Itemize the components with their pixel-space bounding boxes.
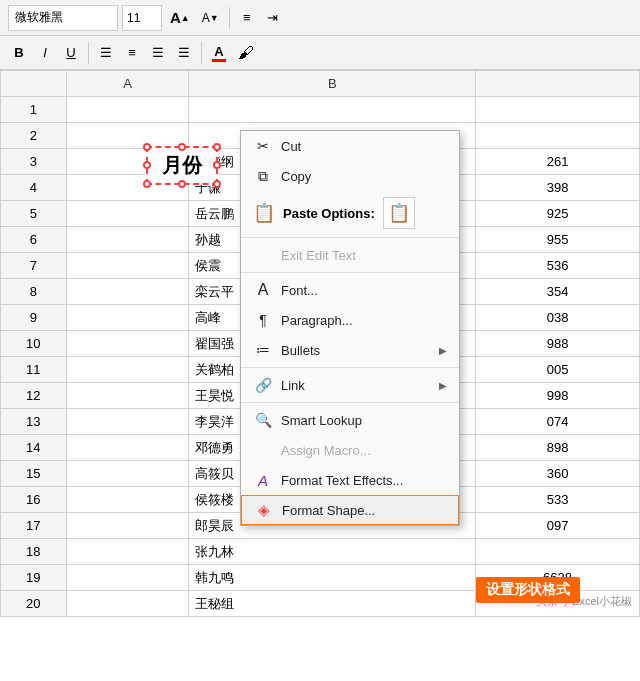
paste-icon-button[interactable]: 📋: [383, 197, 415, 229]
cell-a[interactable]: [66, 253, 189, 279]
paint-format-icon: 🖌: [238, 44, 254, 62]
bold-button[interactable]: B: [8, 40, 30, 66]
col-header-a[interactable]: A: [66, 71, 189, 97]
ctx-format-shape-label: Format Shape...: [282, 503, 446, 518]
ctx-bullets[interactable]: ≔ Bullets ▶: [241, 335, 459, 365]
cell-c[interactable]: 038: [476, 305, 640, 331]
ctx-format-text[interactable]: A Format Text Effects...: [241, 465, 459, 495]
italic-button[interactable]: I: [34, 40, 56, 66]
cell-a[interactable]: [66, 279, 189, 305]
format-text-icon: A: [253, 472, 273, 489]
align-center-button[interactable]: ≡: [121, 40, 143, 66]
cell-c[interactable]: 360: [476, 461, 640, 487]
format-shape-icon: ◈: [254, 501, 274, 519]
cell-a[interactable]: [66, 565, 189, 591]
cell-a[interactable]: [66, 305, 189, 331]
cell-c[interactable]: 998: [476, 383, 640, 409]
row-number: 8: [1, 279, 67, 305]
cell-b[interactable]: 张九林: [189, 539, 476, 565]
handle-mr[interactable]: [213, 161, 221, 169]
shape-overlay[interactable]: 月份: [122, 140, 242, 190]
row-number: 11: [1, 357, 67, 383]
cell-a[interactable]: [66, 435, 189, 461]
font-color-button[interactable]: A: [208, 40, 230, 66]
cell-c[interactable]: [476, 539, 640, 565]
align-right-button[interactable]: ☰: [147, 40, 169, 66]
cell-c[interactable]: 074: [476, 409, 640, 435]
align-list-button[interactable]: ≡: [236, 5, 258, 31]
cell-a[interactable]: [66, 591, 189, 617]
handle-tc[interactable]: [178, 143, 186, 151]
cell-a[interactable]: [66, 409, 189, 435]
ctx-smart-lookup[interactable]: 🔍 Smart Lookup: [241, 405, 459, 435]
cell-b[interactable]: 韩九鸣: [189, 565, 476, 591]
ctx-link[interactable]: 🔗 Link ▶: [241, 370, 459, 400]
bullets-icon: ≔: [253, 342, 273, 358]
ctx-font[interactable]: A Font...: [241, 275, 459, 305]
divider2: [88, 42, 89, 64]
ctx-paragraph[interactable]: ¶ Paragraph...: [241, 305, 459, 335]
row-number: 5: [1, 201, 67, 227]
handle-br[interactable]: [213, 180, 221, 188]
cell-c[interactable]: 005: [476, 357, 640, 383]
col-header-c[interactable]: [476, 71, 640, 97]
ctx-cut[interactable]: ✂ Cut: [241, 131, 459, 161]
cell-c[interactable]: 955: [476, 227, 640, 253]
cell-c[interactable]: 988: [476, 331, 640, 357]
decrease-font-button[interactable]: A▼: [198, 5, 223, 31]
paint-format-button[interactable]: 🖌: [234, 40, 258, 66]
cell-a[interactable]: [66, 201, 189, 227]
ctx-assign-macro: Assign Macro...: [241, 435, 459, 465]
underline-button[interactable]: U: [60, 40, 82, 66]
ctx-copy[interactable]: ⧉ Copy: [241, 161, 459, 191]
align-justify-button[interactable]: ☰: [173, 40, 195, 66]
cell-c[interactable]: [476, 97, 640, 123]
cell-a[interactable]: [66, 97, 189, 123]
cell-a[interactable]: [66, 539, 189, 565]
handle-ml[interactable]: [143, 161, 151, 169]
align-justify-icon: ☰: [178, 45, 190, 60]
cell-a[interactable]: [66, 331, 189, 357]
paragraph-icon: ¶: [253, 312, 273, 328]
cell-a[interactable]: [66, 513, 189, 539]
cell-c[interactable]: 261: [476, 149, 640, 175]
cell-a[interactable]: [66, 357, 189, 383]
handle-tl[interactable]: [143, 143, 151, 151]
increase-font-button[interactable]: A▲: [166, 5, 194, 31]
indent-icon: ⇥: [267, 10, 278, 25]
separator3: [241, 367, 459, 368]
cell-c[interactable]: 898: [476, 435, 640, 461]
shape-box[interactable]: 月份: [146, 146, 218, 185]
font-color-underline: [212, 59, 226, 62]
row-number: 12: [1, 383, 67, 409]
cell-a[interactable]: [66, 461, 189, 487]
cell-c[interactable]: 533: [476, 487, 640, 513]
cell-a[interactable]: [66, 227, 189, 253]
row-number: 9: [1, 305, 67, 331]
font-size-input[interactable]: [122, 5, 162, 31]
cell-c[interactable]: 097: [476, 513, 640, 539]
cell-c[interactable]: 925: [476, 201, 640, 227]
handle-bl[interactable]: [143, 180, 151, 188]
cell-a[interactable]: [66, 487, 189, 513]
indent-button[interactable]: ⇥: [262, 5, 284, 31]
ctx-format-shape[interactable]: ◈ Format Shape...: [241, 495, 459, 525]
font-family-input[interactable]: [8, 5, 118, 31]
copy-icon: ⧉: [253, 168, 273, 185]
handle-tr[interactable]: [213, 143, 221, 151]
cell-b[interactable]: [189, 97, 476, 123]
cell-c[interactable]: 398: [476, 175, 640, 201]
align-left-button[interactable]: ☰: [95, 40, 117, 66]
cell-c[interactable]: 354: [476, 279, 640, 305]
cell-c[interactable]: [476, 123, 640, 149]
link-arrow-icon: ▶: [439, 380, 447, 391]
handle-bc[interactable]: [178, 180, 186, 188]
row-number: 1: [1, 97, 67, 123]
cell-c[interactable]: 536: [476, 253, 640, 279]
col-header-b[interactable]: B: [189, 71, 476, 97]
cell-b[interactable]: 王秘组: [189, 591, 476, 617]
bold-icon: B: [14, 45, 23, 60]
align-list-icon: ≡: [243, 10, 251, 25]
table-row: 18张九林: [1, 539, 640, 565]
cell-a[interactable]: [66, 383, 189, 409]
